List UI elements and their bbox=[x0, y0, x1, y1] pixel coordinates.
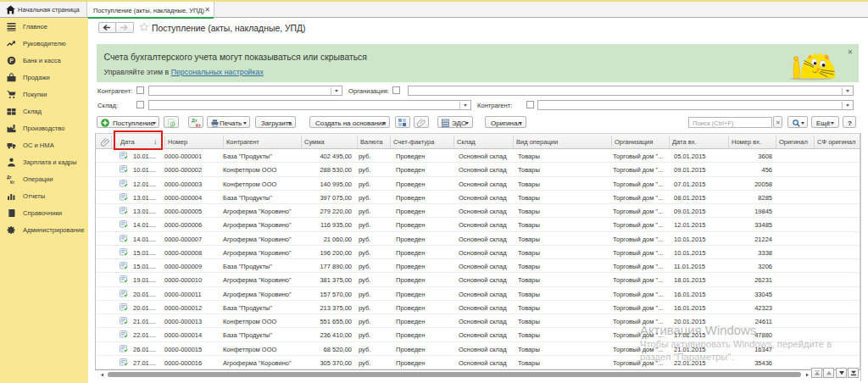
svg-text:P: P bbox=[9, 58, 14, 64]
svg-text:Дт: Дт bbox=[7, 175, 12, 179]
svg-text:Кт: Кт bbox=[10, 180, 15, 184]
svg-text:Кт: Кт bbox=[196, 123, 201, 128]
